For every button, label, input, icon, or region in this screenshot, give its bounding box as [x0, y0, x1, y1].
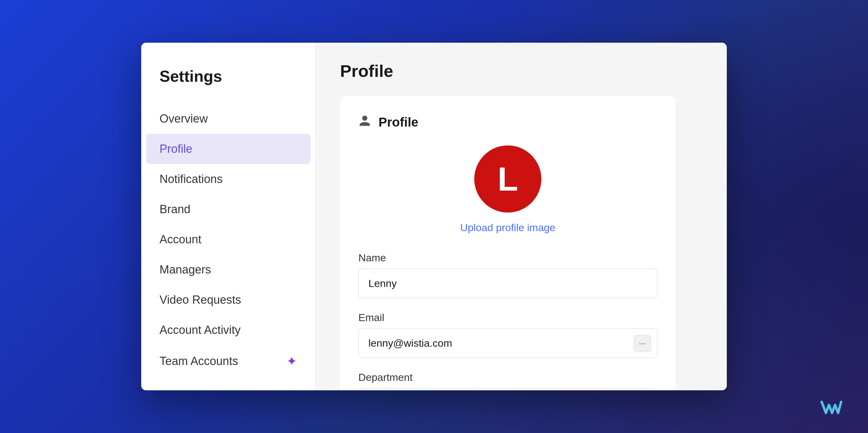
department-select-wrapper: Creative (internal) Marketing Engineerin… — [359, 388, 657, 390]
sidebar-label-notifications: Notifications — [159, 173, 223, 186]
upload-profile-image-link[interactable]: Upload profile image — [460, 222, 555, 234]
name-input[interactable] — [359, 269, 657, 298]
sparkle-icon: ✦ — [286, 354, 297, 369]
sidebar-nav: Overview Profile Notifications Brand — [141, 104, 315, 377]
sidebar-label-video-requests: Video Requests — [159, 293, 241, 306]
avatar-section: L Upload profile image — [359, 146, 657, 234]
sidebar-item-account[interactable]: Account — [141, 224, 315, 255]
sidebar-item-managers[interactable]: Managers — [141, 255, 315, 285]
sidebar-label-account: Account — [159, 233, 201, 246]
sidebar-link-overview[interactable]: Overview — [141, 104, 315, 134]
sidebar-label-profile: Profile — [159, 143, 192, 156]
email-input[interactable] — [359, 329, 657, 358]
name-label: Name — [359, 252, 657, 264]
sidebar-link-brand[interactable]: Brand — [141, 194, 315, 224]
sidebar-link-managers[interactable]: Managers — [141, 255, 315, 285]
profile-card: Profile L Upload profile image Name Emai… — [340, 96, 676, 390]
email-options-button[interactable]: ··· — [634, 335, 651, 351]
email-field-group: Email ··· — [359, 312, 657, 358]
sidebar-link-video-requests[interactable]: Video Requests — [141, 285, 315, 315]
card-header: Profile — [359, 114, 657, 130]
sidebar-item-account-activity[interactable]: Account Activity — [141, 315, 315, 345]
ellipsis-icon: ··· — [639, 338, 646, 348]
card-title: Profile — [378, 115, 418, 130]
sidebar-label-managers: Managers — [159, 263, 211, 276]
sidebar-item-profile[interactable]: Profile — [141, 134, 315, 164]
sidebar-link-account-activity[interactable]: Account Activity — [141, 315, 315, 345]
sidebar-link-profile[interactable]: Profile — [146, 134, 310, 164]
page-title: Profile — [340, 61, 703, 81]
wistia-logo — [819, 398, 844, 418]
department-label: Department — [359, 371, 657, 383]
app-window: Settings Overview Profile Notifications … — [141, 43, 727, 390]
sidebar-link-account[interactable]: Account — [141, 224, 315, 255]
main-content: Profile Profile L Upload profile image — [316, 43, 727, 390]
sidebar-item-overview[interactable]: Overview — [141, 104, 315, 134]
sidebar-item-video-requests[interactable]: Video Requests — [141, 285, 315, 315]
email-input-wrapper: ··· — [359, 329, 657, 358]
email-label: Email — [359, 312, 657, 323]
sidebar-item-notifications[interactable]: Notifications — [141, 164, 315, 194]
sidebar-title: Settings — [141, 67, 315, 104]
sidebar-label-brand: Brand — [159, 203, 190, 216]
sidebar-link-team-accounts[interactable]: Team Accounts ✦ — [141, 345, 315, 377]
avatar[interactable]: L — [474, 146, 541, 213]
avatar-letter: L — [497, 162, 518, 196]
person-icon — [359, 114, 371, 130]
sidebar-label-overview: Overview — [159, 112, 208, 125]
sidebar: Settings Overview Profile Notifications … — [141, 43, 316, 390]
sidebar-item-brand[interactable]: Brand — [141, 194, 315, 224]
department-select[interactable]: Creative (internal) Marketing Engineerin… — [359, 388, 657, 390]
sidebar-label-account-activity: Account Activity — [159, 323, 241, 337]
department-field-group: Department Creative (internal) Marketing… — [359, 371, 657, 390]
sidebar-label-team-accounts: Team Accounts — [159, 354, 238, 368]
sidebar-link-notifications[interactable]: Notifications — [141, 164, 315, 194]
name-field-group: Name — [359, 252, 657, 298]
sidebar-item-team-accounts[interactable]: Team Accounts ✦ — [141, 345, 315, 377]
